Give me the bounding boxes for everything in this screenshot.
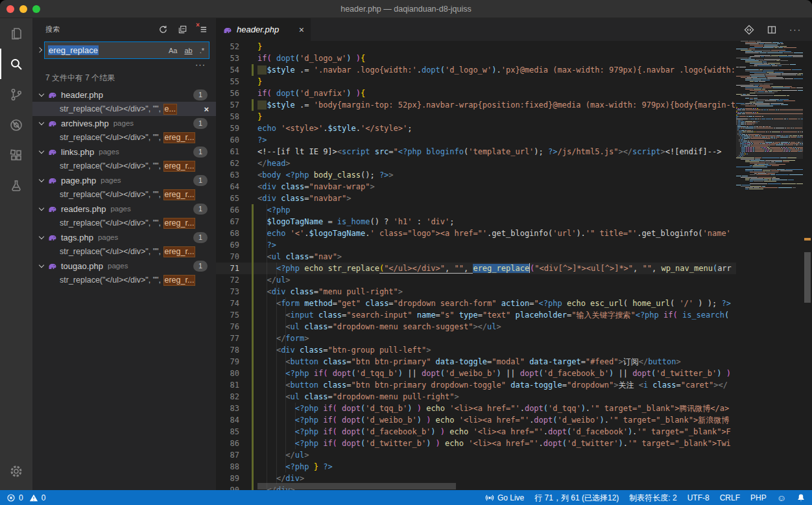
code-line[interactable]: 59echo '<style>'.$style.'</style>'; (216, 123, 736, 134)
collapse-all-icon[interactable] (178, 25, 187, 34)
search-result-match-row[interactable]: str_replace("</ul></div>", "", ereg_r... (32, 273, 216, 287)
code-line[interactable]: 70 <ul class="nav"> (216, 251, 736, 263)
search-result-file-row[interactable]: header.php1 (32, 88, 216, 102)
code-line[interactable]: 78 <div class="btn-group pull-left"> (216, 344, 736, 356)
code-line[interactable]: 81 <button class="btn btn-primary dropdo… (216, 379, 736, 391)
code-line[interactable]: 87 </ul> (216, 449, 736, 461)
split-editor-icon[interactable] (767, 25, 777, 35)
search-result-match-row[interactable]: str_replace("</ul></div>", "", ereg_r... (32, 187, 216, 202)
cursor-position-button[interactable]: 行 71，列 61 (已选择12) (534, 493, 619, 504)
match-highlight-text: ereg_r... (163, 132, 196, 143)
expand-chevron-icon[interactable] (39, 92, 44, 97)
line-number: 67 (216, 216, 239, 228)
refresh-icon[interactable] (158, 25, 168, 34)
code-line[interactable]: 65<div class="navbar"> (216, 193, 736, 204)
search-result-file-row[interactable]: archives.phppages1 (32, 116, 216, 130)
code-line[interactable]: 75 <input class="search-input" name="s" … (216, 309, 736, 321)
code-line[interactable]: 67 $logoTagName = is_home() ? 'h1' : 'di… (216, 216, 736, 228)
expand-chevron-icon[interactable] (39, 206, 44, 211)
more-actions-icon[interactable]: ··· (789, 25, 802, 34)
search-result-match-row[interactable]: str_replace("</ul></div>", "", ereg_r... (32, 216, 216, 230)
match-case-toggle[interactable]: Aa (167, 46, 178, 55)
code-line[interactable]: 52} (216, 41, 736, 53)
sidebar-item-testing[interactable] (0, 170, 32, 201)
expand-chevron-icon[interactable] (39, 149, 44, 154)
indentation-button[interactable]: 制表符长度: 2 (629, 493, 676, 504)
clear-search-results-icon[interactable]: × (197, 25, 207, 34)
manage-button[interactable] (0, 456, 32, 486)
code-line[interactable]: 88 <?php } ?> (216, 461, 736, 473)
dismiss-result-icon[interactable]: × (204, 104, 209, 114)
minimize-window-button[interactable] (19, 5, 27, 13)
encoding-button[interactable]: UTF-8 (687, 493, 710, 502)
sidebar-item-run-debug[interactable] (0, 110, 32, 140)
code-line[interactable]: 71 <?php echo str_replace("</ul></div>",… (216, 263, 736, 274)
code-line[interactable]: 86 <?php if( dopt('d_twitter_b') ) echo … (216, 438, 736, 449)
code-line[interactable]: 72 </ul> (216, 274, 736, 286)
sidebar-item-explorer[interactable] (0, 18, 32, 49)
tab-header-php[interactable]: header.php × (216, 18, 311, 41)
search-result-file-row[interactable]: tougao.phppages1 (32, 259, 216, 273)
code-line[interactable]: 82 <ul class="dropdown-menu pull-right"> (216, 391, 736, 403)
zoom-window-button[interactable] (32, 5, 40, 13)
search-result-match-row[interactable]: str_replace("</ul></div>", "", ereg_r... (32, 130, 216, 145)
horizontal-scrollbar-thumb[interactable] (257, 483, 456, 489)
code-line[interactable]: 76 <ul class="dropdown-menu search-sugge… (216, 321, 736, 333)
code-line[interactable]: 74 <form method="get" class="dropdown se… (216, 298, 736, 309)
sidebar-item-extensions[interactable] (0, 140, 32, 170)
code-line[interactable]: 58} (216, 111, 736, 123)
notifications-bell-icon[interactable] (796, 493, 806, 502)
code-line[interactable]: 77 </form> (216, 333, 736, 344)
search-result-file-row[interactable]: readers.phppages1 (32, 202, 216, 216)
search-result-file-row[interactable]: tags.phppages1 (32, 230, 216, 244)
code-line[interactable]: 83 <?php if( dopt('d_tqq_b') ) echo '<li… (216, 403, 736, 414)
code-line[interactable]: 66 <?php (216, 204, 736, 216)
tab-close-icon[interactable]: × (299, 25, 304, 35)
code-line[interactable]: 61<!--[if lt IE 9]><script src="<?php bl… (216, 146, 736, 158)
line-number: 83 (216, 403, 239, 414)
toggle-replace-chevron[interactable] (35, 47, 44, 52)
code-line[interactable]: 84 <?php if( dopt('d_weibo_b') ) echo '<… (216, 414, 736, 426)
problems-button[interactable]: 0 0 (6, 493, 45, 502)
code-line[interactable]: 55} (216, 76, 736, 88)
whole-word-toggle[interactable]: ab (183, 46, 193, 55)
language-mode-button[interactable]: PHP (750, 493, 767, 502)
search-details-toggle[interactable]: ··· (195, 60, 206, 69)
search-result-match-row[interactable]: str_replace("</ul></div>", "", ereg_r... (32, 244, 216, 259)
code-editor[interactable]: 52}53if( dopt('d_logo_w') ){54 $style .=… (216, 41, 736, 490)
regex-toggle[interactable]: .* (198, 46, 206, 55)
vertical-scrollbar-thumb[interactable] (804, 252, 811, 303)
code-line[interactable]: 73 <div class="menu pull-right"> (216, 286, 736, 298)
code-line[interactable]: 80 <?php if( dopt('d_tqq_b') || dopt('d_… (216, 368, 736, 379)
code-line[interactable]: 56if( dopt('d_navfix') ){ (216, 88, 736, 99)
code-line[interactable]: 54 $style .= '.navbar .logo{width:'.dopt… (216, 64, 736, 76)
expand-chevron-icon[interactable] (39, 235, 44, 240)
code-line[interactable]: 85 <?php if( dopt('d_facebook_b') ) echo… (216, 426, 736, 438)
search-input[interactable]: ereg_replace Aa ab .* (44, 41, 209, 59)
code-line[interactable]: 69 ?> (216, 239, 736, 251)
code-line[interactable]: 68 echo '<'.$logoTagName.' class="logo">… (216, 228, 736, 239)
search-result-match-row[interactable]: str_replace("</ul></div>", "", e...× (32, 102, 216, 116)
close-window-button[interactable] (6, 5, 14, 13)
code-line[interactable]: 53if( dopt('d_logo_w') ){ (216, 53, 736, 64)
code-line[interactable]: 64<div class="navbar-wrap"> (216, 181, 736, 193)
minimap[interactable] (736, 41, 803, 490)
expand-chevron-icon[interactable] (39, 121, 44, 126)
format-icon[interactable] (744, 25, 754, 35)
feedback-smiley-icon[interactable]: ☺ (777, 493, 786, 503)
sidebar-item-source-control[interactable] (0, 79, 32, 110)
go-live-button[interactable]: Go Live (485, 493, 524, 502)
gutter-space (239, 41, 257, 53)
code-line[interactable]: 62</head> (216, 158, 736, 169)
search-result-match-row[interactable]: str_replace("</ul></div>", "", ereg_r... (32, 159, 216, 173)
sidebar-item-search[interactable] (0, 49, 32, 79)
code-line[interactable]: 63<body <?php body_class(); ?>> (216, 169, 736, 181)
code-line[interactable]: 79 <button class="btn btn-primary" data-… (216, 356, 736, 368)
expand-chevron-icon[interactable] (39, 263, 44, 268)
eol-button[interactable]: CRLF (720, 493, 740, 502)
search-result-file-row[interactable]: links.phppages1 (32, 145, 216, 159)
search-result-file-row[interactable]: page.phppages1 (32, 173, 216, 187)
code-line[interactable]: 60?> (216, 134, 736, 146)
code-line[interactable]: 57 $style .= 'body{margin-top: 52px}.nav… (216, 99, 736, 111)
expand-chevron-icon[interactable] (39, 178, 44, 183)
